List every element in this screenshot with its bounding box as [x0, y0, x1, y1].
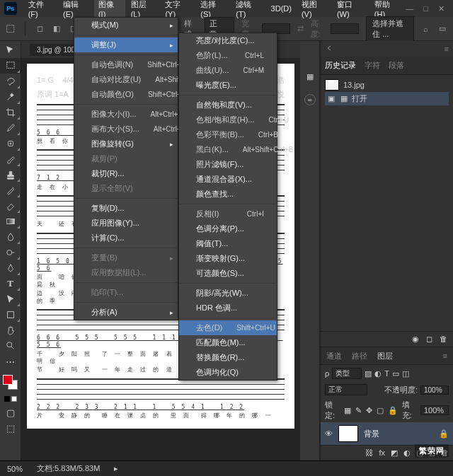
lock-pos-icon[interactable]: ✥	[366, 406, 372, 415]
hand-tool[interactable]	[0, 323, 21, 338]
search-icon[interactable]: ⌕	[421, 23, 430, 35]
menu-selective-color[interactable]: 可选颜色(S)...	[179, 266, 277, 281]
filter-shape-icon[interactable]: ▭	[392, 369, 399, 378]
menu-3d[interactable]: 3D(D)	[267, 2, 296, 15]
menu-adjustments[interactable]: 调整(J)	[74, 37, 178, 52]
menu-hue[interactable]: 色相/饱和度(H)...Ctrl+U	[179, 112, 277, 127]
layer-filter-select[interactable]: 类型	[332, 368, 362, 379]
path-select-tool[interactable]	[0, 291, 21, 307]
fill-input[interactable]: 100%	[420, 405, 449, 415]
zoom-tool[interactable]	[0, 338, 21, 354]
marquee-tool[interactable]	[0, 58, 21, 74]
healing-tool[interactable]	[0, 136, 21, 151]
menu-desaturate[interactable]: 去色(D)Shift+Ctrl+U	[179, 320, 277, 335]
character-tab[interactable]: 字符	[365, 60, 380, 71]
channels-tab[interactable]: 通道	[326, 351, 342, 361]
menu-exposure[interactable]: 曝光度(E)...	[179, 78, 277, 93]
menu-brightness[interactable]: 亮度/对比度(C)...	[179, 33, 277, 48]
menu-curves[interactable]: 曲线(U)...Ctrl+M	[179, 63, 277, 78]
menu-canvas-size[interactable]: 画布大小(S)...Alt+Ctrl+C	[74, 122, 178, 137]
opacity-input[interactable]: 100%	[420, 385, 449, 395]
layers-menu-icon[interactable]: ≡	[443, 352, 447, 360]
menu-mode[interactable]: 模式(M)	[74, 18, 178, 33]
menu-gradient-map[interactable]: 渐变映射(G)...	[179, 251, 277, 266]
filter-type-icon[interactable]: T	[384, 369, 389, 378]
panel-menu-icon[interactable]: ≡	[445, 45, 449, 53]
delete-icon[interactable]: 🗑	[440, 335, 447, 344]
paragraph-tab[interactable]: 段落	[389, 60, 404, 71]
lock-trans-icon[interactable]: ▦	[344, 406, 351, 415]
magic-wand-tool[interactable]	[0, 89, 21, 105]
eyedropper-tool[interactable]	[0, 120, 21, 136]
filter-adj-icon[interactable]: ◐	[374, 369, 382, 378]
cc-panel-icon[interactable]: ∞	[304, 94, 316, 105]
filter-img-icon[interactable]: ▧	[365, 369, 372, 378]
stamp-tool[interactable]	[0, 167, 21, 182]
fx-icon[interactable]: fx	[379, 448, 385, 458]
adjustment-icon[interactable]: ◐	[403, 448, 411, 458]
layer-row-background[interactable]: 👁 背景 🔒	[321, 422, 453, 445]
menu-image-rotation[interactable]: 图像旋转(G)	[74, 137, 178, 151]
lock-all-icon[interactable]: 🔒	[388, 406, 398, 415]
tool-preset-icon[interactable]	[6, 23, 15, 35]
zoom-level[interactable]: 50%	[7, 465, 23, 473]
select-mask-button[interactable]: 选择并遮住 ...	[366, 16, 414, 42]
swatches-panel-icon[interactable]: ▦	[306, 72, 314, 81]
history-step[interactable]: ▣▦打开	[325, 92, 449, 105]
menu-color-lookup[interactable]: 颜色查找...	[179, 187, 277, 202]
menu-window[interactable]: 窗口(W)	[333, 0, 369, 21]
menu-hdr-toning[interactable]: HDR 色调...	[179, 301, 277, 315]
close-button[interactable]: ✕	[438, 4, 445, 13]
link-layers-icon[interactable]: ⛓	[365, 448, 373, 458]
menu-image-size[interactable]: 图像大小(I)...Alt+Ctrl+I	[74, 107, 178, 122]
extra-tool[interactable]: ⋯	[0, 354, 21, 369]
workspace-icon[interactable]: ▭	[438, 23, 447, 35]
type-tool[interactable]: T	[0, 276, 21, 291]
brush-tool[interactable]	[0, 151, 21, 167]
lasso-tool[interactable]	[0, 74, 21, 89]
menu-filter[interactable]: 滤镜(T)	[231, 0, 265, 21]
menu-duplicate[interactable]: 复制(D)...	[74, 201, 178, 216]
crop-tool[interactable]	[0, 105, 21, 120]
menu-auto-color[interactable]: 自动颜色(O)Shift+Ctrl+B	[74, 87, 178, 102]
blend-mode-select[interactable]: 正常	[325, 384, 367, 395]
visibility-icon[interactable]: 👁	[325, 429, 333, 438]
gradient-tool[interactable]	[0, 214, 21, 229]
selection-new-icon[interactable]: ◻	[35, 23, 45, 35]
paths-tab[interactable]: 路径	[352, 351, 367, 361]
minimize-button[interactable]: —	[406, 4, 413, 13]
menu-shadows[interactable]: 阴影/高光(W)...	[179, 286, 277, 301]
screenmode-tool[interactable]: ⬚	[0, 420, 21, 436]
menu-threshold[interactable]: 阈值(T)...	[179, 236, 277, 251]
layer-name[interactable]: 背景	[364, 429, 379, 439]
maximize-button[interactable]: □	[423, 4, 428, 13]
menu-equalize[interactable]: 色调均化(Q)	[179, 365, 277, 380]
menu-apply-image[interactable]: 应用图像(Y)...	[74, 216, 178, 231]
quickmask-tool[interactable]: ▢	[0, 405, 21, 420]
mask-icon[interactable]: ◩	[391, 448, 398, 458]
lock-paint-icon[interactable]: ✎	[355, 406, 362, 415]
menu-levels[interactable]: 色阶(L)...Ctrl+L	[179, 48, 277, 63]
foreground-color[interactable]	[3, 375, 13, 385]
history-brush-tool[interactable]	[0, 182, 21, 198]
eraser-tool[interactable]	[0, 198, 21, 214]
menu-color-balance[interactable]: 色彩平衡(B)...Ctrl+B	[179, 127, 277, 142]
create-snapshot-icon[interactable]: ◉	[412, 335, 419, 344]
selection-add-icon[interactable]: ◧	[52, 23, 62, 35]
blur-tool[interactable]	[0, 229, 21, 245]
menu-view[interactable]: 视图(V)	[297, 0, 331, 21]
menu-invert[interactable]: 反相(I)Ctrl+I	[179, 207, 277, 221]
panel-collapse-icon[interactable]	[325, 44, 333, 54]
lock-nest-icon[interactable]: ▢	[377, 406, 384, 415]
menu-vibrance[interactable]: 自然饱和度(V)...	[179, 98, 277, 112]
menu-trim[interactable]: 裁切(R)...	[74, 166, 178, 181]
menu-match-color[interactable]: 匹配颜色(M)...	[179, 335, 277, 350]
filter-smart-icon[interactable]: ◫	[402, 369, 409, 378]
dodge-tool[interactable]	[0, 245, 21, 260]
menu-replace-color[interactable]: 替换颜色(R)...	[179, 350, 277, 365]
menu-analysis[interactable]: 分析(A)	[74, 305, 178, 320]
history-source[interactable]: 13.jpg	[325, 78, 449, 92]
height-input[interactable]	[331, 23, 359, 34]
new-doc-icon[interactable]: ◻	[426, 335, 432, 344]
menu-calculations[interactable]: 计算(C)...	[74, 231, 178, 245]
